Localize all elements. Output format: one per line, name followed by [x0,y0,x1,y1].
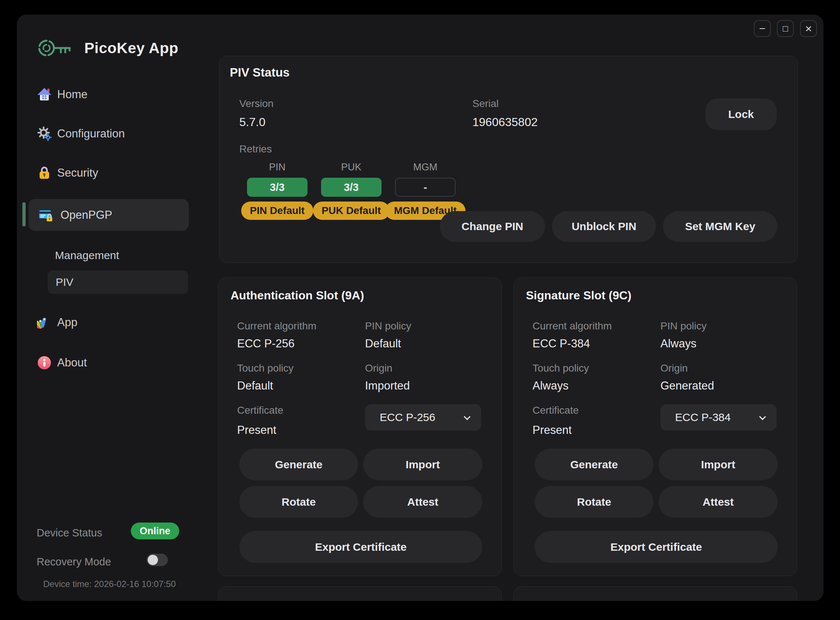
partial-card-right [513,586,797,601]
retry-column-pin: PIN 3/3 PIN Default [247,162,307,220]
sidebar-item-label: Configuration [57,127,125,140]
algorithm-label: Current algorithm [533,320,612,332]
export-certificate-button[interactable]: Export Certificate [239,531,482,563]
generate-button[interactable]: Generate [239,448,358,480]
certificate-value: Present [237,424,276,437]
minimize-button[interactable]: − [754,20,771,37]
pin-policy-label: PIN policy [365,320,411,332]
lock-icon [37,166,52,180]
slot-title: Signature Slot (9C) [526,289,631,302]
version-value: 5.7.0 [239,116,265,129]
rotate-button[interactable]: Rotate [239,486,358,518]
certificate-label: Certificate [533,405,579,416]
sidebar-subitem-label: PIV [56,276,73,288]
import-button[interactable]: Import [363,448,482,480]
key-logo-icon [37,38,72,59]
generate-button[interactable]: Generate [535,448,653,480]
info-icon [37,355,52,370]
app-brand: PicoKey App [37,38,179,59]
sidebar-item-label: OpenPGP [60,209,112,222]
card-lock-icon [39,208,54,223]
pin-retries-badge: 3/3 [247,178,307,197]
attest-button[interactable]: Attest [363,486,482,518]
pin-policy-value: Default [365,337,401,350]
sidebar-item-label: Security [57,166,98,179]
puk-retries-badge: 3/3 [321,178,381,197]
algorithm-label: Current algorithm [237,320,316,332]
version-label: Version [239,98,273,110]
device-time: Device time: 2026-02-16 10:07:50 [43,579,176,589]
piv-status-title: PIV Status [230,66,289,80]
recovery-mode-label: Recovery Mode [37,556,111,568]
touch-policy-label: Touch policy [533,363,589,374]
retry-column-puk: PUK 3/3 PUK Default [321,162,381,220]
sidebar-item-label: Home [57,88,87,101]
sidebar-item-home[interactable]: Home [37,80,87,109]
gear-icon [37,126,52,141]
selected-option: ECC P-256 [380,411,435,424]
origin-label: Origin [661,363,688,374]
retries-label: Retries [239,143,272,155]
mgm-retries-badge: - [395,178,456,197]
rotate-button[interactable]: Rotate [535,486,653,518]
toggle-knob [148,555,158,565]
sidebar-subitem-management[interactable]: Management [55,249,119,262]
pin-policy-label: PIN policy [661,320,707,332]
retry-name: MGM [413,162,438,173]
maximize-button[interactable]: □ [777,20,794,37]
recovery-mode-toggle[interactable] [147,554,168,566]
fan-icon [37,315,52,330]
pin-policy-value: Always [661,337,696,350]
retry-name: PIN [269,162,286,173]
retry-column-mgm: MGM - MGM Default [395,162,456,220]
serial-value: 1960635802 [473,116,537,129]
selected-option: ECC P-384 [675,411,731,424]
pin-default-badge: PIN Default [241,202,313,220]
device-status-badge: Online [131,522,179,539]
retry-name: PUK [341,162,362,173]
certificate-label: Certificate [237,405,283,416]
origin-value: Generated [661,379,714,393]
attest-button[interactable]: Attest [659,486,778,518]
touch-policy-label: Touch policy [237,363,294,374]
close-button[interactable]: × [800,20,817,37]
sidebar-item-about[interactable]: About [37,348,87,378]
unblock-pin-button[interactable]: Unblock PIN [552,211,656,242]
app-window: − □ × PicoKey App Home [17,15,823,601]
piv-status-card: PIV Status Version 5.7.0 Serial 19606358… [219,56,798,263]
import-button[interactable]: Import [659,448,778,480]
touch-policy-value: Always [533,379,568,393]
sidebar-item-security[interactable]: Security [37,158,98,188]
lock-button[interactable]: Lock [706,99,777,130]
app-title: PicoKey App [84,39,179,57]
sidebar-item-label: About [57,356,87,369]
slot-title: Authentication Slot (9A) [230,289,364,302]
origin-label: Origin [365,363,393,374]
chevron-down-icon [464,413,470,420]
touch-policy-value: Default [237,379,273,393]
home-icon [37,87,52,102]
partial-card-left [218,586,502,601]
certificate-value: Present [533,424,572,437]
certificate-algorithm-select[interactable]: ECC P-256 [365,404,481,430]
origin-value: Imported [365,379,410,393]
change-pin-button[interactable]: Change PIN [440,211,545,242]
serial-label: Serial [473,98,499,110]
sidebar-item-configuration[interactable]: Configuration [37,119,125,148]
export-certificate-button[interactable]: Export Certificate [535,531,778,563]
algorithm-value: ECC P-384 [533,337,590,350]
puk-default-badge: PUK Default [313,202,390,220]
set-mgm-key-button[interactable]: Set MGM Key [663,211,777,242]
sidebar-item-openpgp[interactable]: OpenPGP [29,199,189,231]
chevron-down-icon [759,413,766,420]
sidebar-item-label: App [57,316,77,329]
algorithm-value: ECC P-256 [237,337,295,350]
sidebar-item-app[interactable]: App [37,308,77,337]
authentication-slot-card: Authentication Slot (9A) Current algorit… [218,277,502,576]
selected-accent-bar [23,202,26,226]
certificate-algorithm-select[interactable]: ECC P-384 [661,404,777,430]
sidebar-subitem-piv[interactable]: PIV [48,271,188,294]
device-status-label: Device Status [37,527,102,539]
signature-slot-card: Signature Slot (9C) Current algorithm EC… [513,277,797,576]
